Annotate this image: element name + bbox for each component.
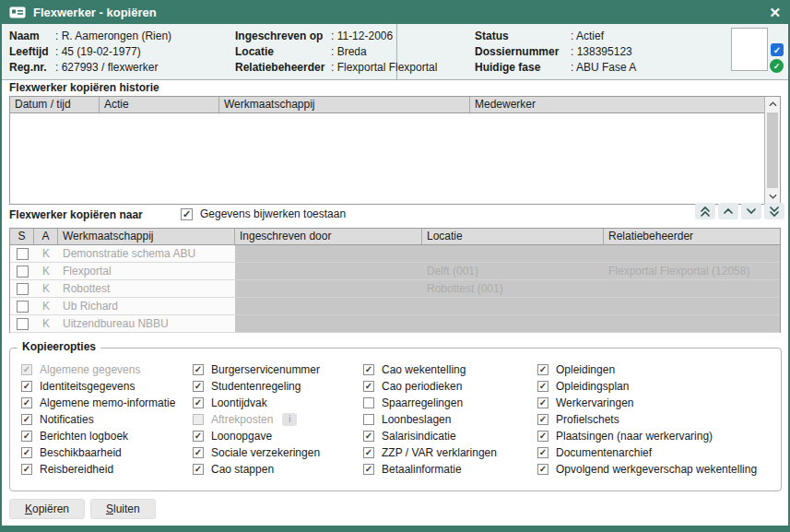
- column-header-relatiebeheerder[interactable]: Relatiebeheerder: [604, 229, 780, 244]
- werkmaatschappij-cell: Robottest: [58, 280, 235, 298]
- column-header-a[interactable]: A: [34, 229, 58, 244]
- option-checkbox-cao-periodieken[interactable]: ✓Cao periodieken: [363, 380, 497, 392]
- row-checkbox[interactable]: [17, 318, 29, 330]
- move-to-top-button[interactable]: [695, 203, 715, 219]
- werkmaatschappij-cell: Ub Richard: [58, 298, 235, 315]
- copy-to-table-body: KDemonstratie schema ABUKFlexportalDelft…: [10, 245, 780, 333]
- move-up-button[interactable]: [718, 203, 738, 219]
- select-cell: [10, 263, 34, 280]
- history-scrollbar[interactable]: [764, 97, 780, 204]
- header-column-2: Ingeschreven op: 11-12-2006 Locatie: Bre…: [235, 30, 437, 74]
- column-header-medewerker[interactable]: Medewerker: [470, 97, 764, 112]
- history-table-body: [10, 113, 764, 204]
- field-value: : Flexportal Flexportal: [331, 61, 437, 74]
- option-checkbox-beschikbaarheid[interactable]: ✓Beschikbaarheid: [21, 446, 175, 458]
- row-checkbox[interactable]: [17, 266, 29, 278]
- checkbox-icon: ✓: [537, 447, 548, 458]
- checkbox-icon: ✓: [21, 431, 32, 442]
- option-checkbox-sociale-verzekeringen[interactable]: ✓Sociale verzekeringen: [193, 446, 320, 458]
- option-checkbox-algemene-memo-informatie[interactable]: ✓Algemene memo-informatie: [21, 396, 175, 408]
- option-checkbox-burgerservicenummer[interactable]: ✓Burgerservicenummer: [193, 363, 320, 375]
- field-label: Huidige fase: [475, 61, 571, 74]
- option-checkbox-loonbeslagen[interactable]: Loonbeslagen: [363, 413, 497, 425]
- move-down-button[interactable]: [741, 203, 761, 219]
- option-checkbox-plaatsingen-naar-werkervaring[interactable]: ✓Plaatsingen (naar werkervaring): [537, 430, 757, 442]
- locatie-cell: Delft (001): [422, 263, 604, 280]
- close-icon[interactable]: ✕: [769, 6, 781, 19]
- option-checkbox-betaalinformatie[interactable]: ✓Betaalinformatie: [363, 463, 497, 475]
- options-column-3: ✓Cao wekentelling✓Cao periodiekenSpaarre…: [363, 363, 497, 475]
- scroll-down-icon[interactable]: [765, 189, 780, 204]
- column-header-werkmaatschappij[interactable]: Werkmaatschappij: [58, 229, 235, 244]
- option-label: Betaalinformatie: [382, 463, 462, 476]
- sluiten-button[interactable]: Sluiten: [90, 499, 156, 519]
- option-checkbox-studentenregeling[interactable]: ✓Studentenregeling: [193, 380, 320, 392]
- dialog-title: Flexwerker - kopiëren: [33, 6, 157, 19]
- info-icon[interactable]: i: [282, 413, 297, 426]
- option-checkbox-spaarregelingen[interactable]: Spaarregelingen: [363, 396, 497, 408]
- option-checkbox-opleidingsplan[interactable]: ✓Opleidingsplan: [537, 380, 757, 392]
- table-row: KRobottestRobottest (001): [10, 280, 780, 298]
- option-label: Sociale verzekeringen: [211, 446, 320, 459]
- update-data-checkbox[interactable]: ✓ Gegevens bijwerken toestaan: [181, 207, 346, 220]
- checkbox-icon: ✓: [363, 431, 374, 442]
- column-header-werkmaatschappij[interactable]: Werkmaatschappij: [219, 97, 470, 112]
- option-label: Profielschets: [556, 413, 619, 426]
- table-row: KDemonstratie schema ABU: [10, 245, 780, 263]
- blue-checkbox-icon[interactable]: ✓: [771, 43, 784, 56]
- kopieren-button[interactable]: Kopiëren: [9, 499, 85, 519]
- option-checkbox-werkervaringen[interactable]: ✓Werkervaringen: [537, 396, 757, 408]
- option-checkbox-berichten-logboek[interactable]: ✓Berichten logboek: [21, 430, 175, 442]
- option-label: Opleidingen: [556, 363, 615, 376]
- option-checkbox-cao-wekentelling[interactable]: ✓Cao wekentelling: [363, 363, 497, 375]
- field-value: : 627993 / flexwerker: [55, 61, 158, 74]
- scroll-up-icon[interactable]: [765, 97, 780, 112]
- option-checkbox-loontijdvak[interactable]: ✓Loontijdvak: [193, 396, 320, 408]
- row-checkbox[interactable]: [17, 248, 29, 260]
- checkbox-icon: ✓: [21, 364, 32, 375]
- row-checkbox[interactable]: [17, 283, 29, 295]
- option-checkbox-salarisindicatie[interactable]: ✓Salarisindicatie: [363, 430, 497, 442]
- option-checkbox-notificaties[interactable]: ✓Notificaties: [21, 413, 175, 425]
- option-label: Algemene memo-informatie: [40, 396, 175, 409]
- option-checkbox-opleidingen[interactable]: ✓Opleidingen: [537, 363, 757, 375]
- scrollbar-thumb[interactable]: [767, 112, 778, 188]
- column-header-s[interactable]: S: [10, 229, 34, 244]
- option-checkbox-identiteitsgegevens[interactable]: ✓Identiteitsgegevens: [21, 380, 175, 392]
- row-checkbox[interactable]: [17, 301, 29, 313]
- option-checkbox-cao-stappen[interactable]: ✓Cao stappen: [193, 463, 320, 475]
- column-header-actie[interactable]: Actie: [100, 97, 219, 112]
- field-label: Relatiebeheerder: [235, 61, 331, 74]
- field-value: : R. Aamerongen (Rien): [55, 30, 171, 42]
- checkbox-icon: ✓: [537, 431, 548, 442]
- option-checkbox-reisbereidheid[interactable]: ✓Reisbereidheid: [21, 463, 175, 475]
- option-checkbox-loonopgave[interactable]: ✓Loonopgave: [193, 430, 320, 442]
- checkbox-icon: ✓: [193, 464, 204, 475]
- option-checkbox-zzp-var-verklaringen[interactable]: ✓ZZP / VAR verklaringen: [363, 446, 497, 458]
- move-to-bottom-button[interactable]: [764, 203, 784, 219]
- copy-to-section-title: Flexwerker kopiëren naar: [9, 208, 143, 221]
- relatiebeheerder-cell: [604, 298, 780, 315]
- field-label: Reg.nr.: [9, 61, 55, 74]
- option-checkbox-documentenarchief[interactable]: ✓Documentenarchief: [537, 446, 757, 458]
- field-value: : ABU Fase A: [571, 61, 636, 74]
- column-header-ingeschreven-door[interactable]: Ingeschreven door: [235, 229, 422, 244]
- field-value: : 45 (19-02-1977): [55, 45, 141, 58]
- checkbox-icon: ✓: [21, 414, 32, 425]
- photo-placeholder: [731, 28, 768, 71]
- checkbox-icon: ✓: [537, 397, 548, 408]
- dialog-content: Naam: R. Aamerongen (Rien) Leeftijd: 45 …: [2, 24, 788, 526]
- a-cell: K: [34, 263, 58, 280]
- checkbox-icon: ✓: [363, 447, 374, 458]
- relatiebeheerder-cell: Flexportal Flexportal (12058): [604, 263, 780, 280]
- option-checkbox-profielschets[interactable]: ✓Profielschets: [537, 413, 757, 425]
- option-label: Spaarregelingen: [382, 396, 463, 409]
- checkbox-icon: [193, 414, 204, 425]
- option-label: Aftrekposten: [211, 413, 273, 426]
- ingeschreven-door-cell: [235, 315, 422, 333]
- column-header-datum-tijd[interactable]: Datum / tijd: [10, 97, 100, 112]
- option-checkbox-opvolgend-werkgeverschap-wekentelling[interactable]: ✓Opvolgend werkgeverschap wekentelling: [537, 463, 757, 475]
- checkbox-icon: ✓: [363, 464, 374, 475]
- option-label: Plaatsingen (naar werkervaring): [556, 430, 713, 443]
- column-header-locatie[interactable]: Locatie: [422, 229, 604, 244]
